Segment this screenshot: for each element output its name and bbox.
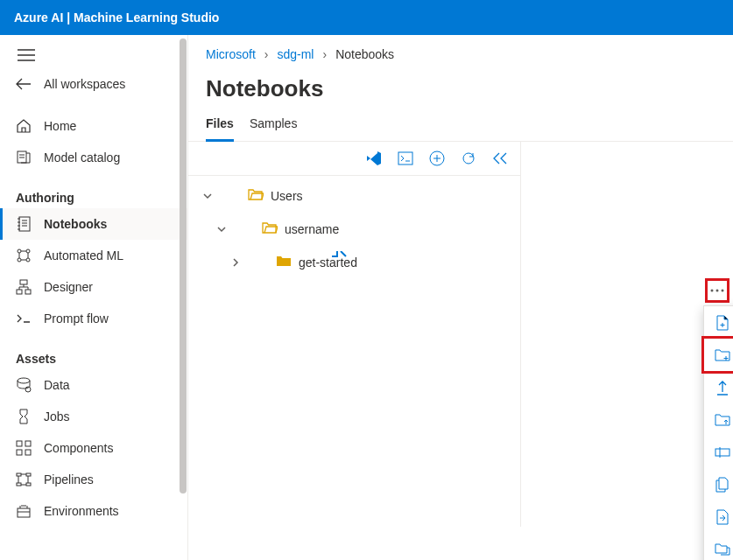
sidebar-item-jobs[interactable]: Jobs [0,401,187,432]
nav-label: Components [44,441,113,455]
svg-rect-17 [17,483,21,486]
menu-move[interactable]: Move [704,500,733,533]
menu-rename[interactable]: Rename [704,436,733,468]
folder-icon [276,255,292,270]
chevron-down-icon [215,222,229,236]
refresh-icon[interactable] [461,150,476,166]
breadcrumb: Microsoft › sdg-ml › Notebooks [188,35,733,66]
back-arrow-icon [16,76,32,92]
app-title: Azure AI | Machine Learning Studio [14,10,219,24]
tree-label: username [285,222,339,236]
tree-folder-get-started[interactable]: get-started [188,246,520,279]
sidebar-item-prompt-flow[interactable]: Prompt flow [0,303,187,334]
rename-icon [715,444,730,460]
sidebar-item-data[interactable]: Data [0,369,187,401]
terminal-icon[interactable] [398,150,413,166]
sidebar-item-pipelines[interactable]: Pipelines [0,464,187,495]
file-explorer: Users username get-started [188,142,521,527]
svg-rect-7 [17,290,22,294]
nav-label: All workspaces [44,77,125,91]
tab-samples[interactable]: Samples [250,111,297,141]
catalog-icon [16,150,32,165]
svg-rect-12 [25,441,31,446]
svg-point-23 [716,290,719,292]
sidebar-item-notebooks[interactable]: Notebooks [0,208,187,240]
collapse-icon[interactable] [492,150,508,166]
section-authoring: Authoring [0,184,187,208]
svg-point-5 [26,258,30,262]
home-icon [16,118,32,134]
more-actions-button[interactable] [705,278,729,303]
breadcrumb-link[interactable]: sdg-ml [277,47,314,61]
svg-point-24 [722,290,724,292]
svg-rect-8 [25,290,31,294]
file-add-icon [715,315,730,331]
nav-label: Notebooks [44,217,107,231]
copy-path-icon [715,542,730,557]
folder-upload-icon [715,412,730,428]
all-workspaces-link[interactable]: All workspaces [0,68,187,100]
sidebar-item-components[interactable]: Components [0,432,187,464]
sidebar-item-automl[interactable]: Automated ML [0,240,187,271]
pipelines-icon [16,472,32,487]
svg-rect-16 [26,473,31,476]
menu-create-file[interactable]: Create new file [704,306,733,339]
svg-rect-25 [715,449,729,456]
nav-label: Model catalog [44,150,120,164]
chevron-right-icon: › [264,47,269,61]
add-icon[interactable] [429,150,445,166]
duplicate-icon [715,477,730,493]
tree-label: get-started [299,256,357,270]
nav-label: Prompt flow [44,312,109,326]
nav-label: Environments [44,504,119,518]
tab-files[interactable]: Files [206,111,234,142]
nav-label: Automated ML [44,248,123,262]
sidebar: All workspaces Home Model catalog Author… [0,35,188,560]
svg-point-9 [18,378,30,383]
svg-rect-1 [19,217,30,231]
sidebar-item-environments[interactable]: Environments [0,495,187,527]
nav-label: Data [44,378,70,392]
page-title: Notebooks [188,66,733,111]
tree-folder-username[interactable]: username [188,213,520,246]
breadcrumb-link[interactable]: Microsoft [206,47,256,61]
main-area: Microsoft › sdg-ml › Notebooks Notebooks… [188,35,733,560]
tree-folder-users[interactable]: Users [188,179,520,213]
nav-label: Home [44,119,76,133]
chevron-down-icon [201,189,215,203]
data-icon [16,377,32,393]
svg-rect-15 [17,473,21,476]
svg-rect-11 [17,441,22,446]
nav-label: Designer [44,280,93,294]
sidebar-scrollbar[interactable] [179,38,187,556]
menu-upload-folder[interactable]: Upload folder [704,403,733,436]
menu-upload-files[interactable]: Upload files [704,371,733,403]
svg-rect-14 [25,450,31,455]
section-assets: Assets [0,345,187,369]
sidebar-item-designer[interactable]: Designer [0,271,187,303]
folder-open-icon [262,221,278,237]
sidebar-item-model-catalog[interactable]: Model catalog [0,142,187,173]
hamburger-button[interactable] [0,40,187,68]
menu-copy-path[interactable]: Copy folder path [704,533,733,560]
svg-rect-6 [20,280,27,284]
sidebar-item-home[interactable]: Home [0,110,187,142]
svg-rect-18 [26,483,31,486]
breadcrumb-current: Notebooks [335,47,394,61]
file-toolbar [188,142,520,176]
automl-icon [16,248,32,263]
move-icon [715,509,730,525]
svg-point-4 [18,258,21,262]
svg-point-3 [26,249,30,253]
upload-icon [715,380,730,396]
prompt-flow-icon [16,311,32,326]
chevron-right-icon: › [322,47,327,61]
context-menu: Create new file Create new folder Upload… [703,305,733,560]
tree-label: Users [271,189,303,203]
vscode-icon[interactable] [366,150,382,166]
svg-point-2 [18,249,21,253]
menu-duplicate[interactable]: Duplicate [704,468,733,500]
menu-create-folder[interactable]: Create new folder [704,339,733,371]
folder-add-icon [715,347,730,363]
svg-rect-19 [18,508,30,517]
